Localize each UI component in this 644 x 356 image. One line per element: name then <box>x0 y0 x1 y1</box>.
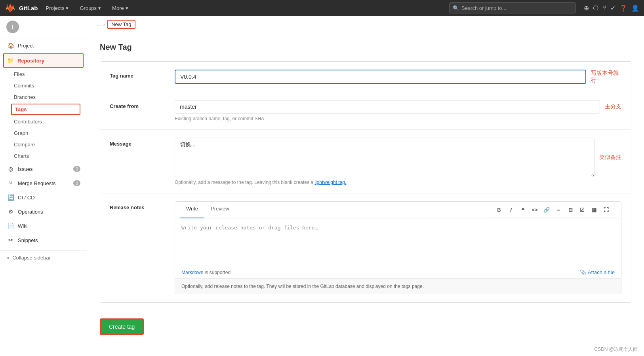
sidebar-snippets-label: Snippets <box>18 237 38 243</box>
quote-button[interactable]: ❝ <box>517 204 528 215</box>
nav-icons: ⊕ ⎔ ⑂ ✓ ❓ 👤 <box>584 4 639 12</box>
sidebar-item-wiki[interactable]: 📄 Wiki <box>0 219 87 233</box>
sidebar-sub-contributors[interactable]: Contributors <box>0 116 87 127</box>
create-from-select[interactable]: master <box>175 100 600 114</box>
repository-icon: 📁 <box>7 57 13 64</box>
sidebar-item-ci-cd[interactable]: 🔄 CI / CD <box>0 190 87 205</box>
sidebar-cicd-label: CI / CD <box>18 195 35 201</box>
ci-cd-icon: 🔄 <box>8 194 14 201</box>
editor-area[interactable]: Write your release notes or drag files h… <box>175 218 621 266</box>
tag-name-label: Tag name <box>110 70 165 79</box>
plus-icon[interactable]: ⊕ <box>584 4 589 12</box>
numbered-list-button[interactable]: ⊟ <box>565 204 576 215</box>
tag-form: Tag name 写版本号就行 Create from ma <box>100 61 631 303</box>
attach-icon: 📎 <box>580 269 586 275</box>
release-notes-label: Release notes <box>110 201 165 210</box>
sidebar-operations-label: Operations <box>18 209 43 215</box>
sidebar-item-operations[interactable]: ⚙ Operations <box>0 205 87 219</box>
breadcrumb-arrow: › <box>103 21 105 27</box>
sidebar-sub-graph[interactable]: Graph <box>0 127 87 139</box>
sidebar-project-label: Project <box>18 43 34 49</box>
create-from-label: Create from <box>110 100 165 109</box>
editor-tabs: Write Preview B I ❝ <> 🔗 <box>175 202 621 218</box>
merge-requests-badge: 0 <box>73 180 80 186</box>
sidebar-item-repository[interactable]: 📁 Repository <box>3 53 84 68</box>
merge-icon[interactable]: ⑂ <box>602 4 606 11</box>
tag-name-input[interactable] <box>175 70 586 84</box>
link-button[interactable]: 🔗 <box>541 204 552 215</box>
message-label: Message <box>110 138 165 147</box>
sidebar-sub-compare[interactable]: Compare <box>0 139 87 150</box>
message-help: Optionally, add a message to the tag. Le… <box>175 180 621 185</box>
sidebar-sub-branches[interactable]: Branches <box>0 91 87 103</box>
nav-projects[interactable]: Projects ▾ <box>43 4 72 13</box>
create-from-field: master 主分支 Existing branch name, tag, or… <box>175 100 621 121</box>
bold-button[interactable]: B <box>493 204 505 215</box>
main-content: ... › New Tag New Tag Tag name 写版本号就行 <box>87 16 644 356</box>
sidebar-wiki-label: Wiki <box>18 223 28 229</box>
code-button[interactable]: <> <box>529 204 540 215</box>
watermark: CSDN @冻死个人面 <box>594 346 638 353</box>
issues-badge: 0 <box>73 166 80 172</box>
markdown-help: Markdown is supported <box>181 270 231 275</box>
create-from-annotation: 主分支 <box>605 103 621 110</box>
sidebar-item-issues[interactable]: ◎ Issues 0 <box>0 162 87 176</box>
nav-more[interactable]: More ▾ <box>109 4 131 13</box>
attach-file-btn[interactable]: 📎 Attach a file <box>580 269 615 275</box>
italic-button[interactable]: I <box>505 204 516 215</box>
bullet-list-button[interactable]: ≡ <box>553 204 564 215</box>
todo-icon[interactable]: ✓ <box>610 4 615 12</box>
editor-footer: Markdown is supported 📎 Attach a file <box>175 266 621 278</box>
nav-groups[interactable]: Groups ▾ <box>76 4 104 13</box>
table-button[interactable]: ▦ <box>589 204 600 215</box>
wiki-icon: 📄 <box>8 223 14 229</box>
message-field: 类似备注 Optionally, add a message to the ta… <box>175 138 621 185</box>
tag-name-annotation: 写版本号就行 <box>591 70 621 84</box>
message-annotation: 类似备注 <box>599 154 621 161</box>
user-avatar-icon[interactable]: 👤 <box>631 4 639 12</box>
create-from-wrapper: master 主分支 <box>175 100 621 114</box>
search-bar[interactable]: 🔍 Search or jump to... <box>449 2 576 13</box>
markdown-supported: is supported <box>205 270 231 275</box>
tag-name-input-wrapper: 写版本号就行 <box>175 70 621 84</box>
form-actions: Create tag <box>100 312 631 341</box>
collapse-sidebar[interactable]: « Collapse sidebar <box>0 250 87 265</box>
lightweight-tag-link[interactable]: lightweight tag. <box>314 180 346 185</box>
tab-write[interactable]: Write <box>180 202 204 218</box>
create-tag-button[interactable]: Create tag <box>100 318 144 335</box>
help-icon[interactable]: ❓ <box>619 4 627 12</box>
brand-name: GitLab <box>19 5 38 11</box>
svg-marker-6 <box>12 4 14 8</box>
breadcrumb-parent[interactable]: ... <box>97 21 101 27</box>
release-notes-help: Optionally, add release notes to the tag… <box>175 279 621 294</box>
task-list-button[interactable]: ☑ <box>577 204 588 215</box>
avatar: I <box>6 21 19 33</box>
sidebar-item-project[interactable]: 🏠 Project <box>0 38 87 53</box>
sidebar-sub-charts[interactable]: Charts <box>0 150 87 162</box>
tab-preview[interactable]: Preview <box>204 202 235 218</box>
sidebar: I 🏠 Project 📁 Repository Files Commits B… <box>0 16 87 356</box>
breadcrumb-current: New Tag <box>107 20 135 29</box>
page-title: New Tag <box>100 43 631 52</box>
svg-marker-5 <box>6 4 8 8</box>
sidebar-sub-files[interactable]: Files <box>0 68 87 80</box>
markdown-link[interactable]: Markdown <box>181 270 203 275</box>
app-layout: I 🏠 Project 📁 Repository Files Commits B… <box>0 16 644 356</box>
message-textarea[interactable] <box>175 138 594 177</box>
merge-requests-icon: ⑂ <box>8 180 14 186</box>
brand-logo[interactable]: GitLab <box>5 2 38 13</box>
sidebar-item-snippets[interactable]: ✂ Snippets <box>0 233 87 247</box>
editor-wrapper: Write Preview B I ❝ <> 🔗 <box>175 201 621 279</box>
breadcrumb: ... › New Tag <box>87 16 644 33</box>
search-icon: 🔍 <box>453 5 459 11</box>
fullscreen-button[interactable]: ⛶ <box>600 204 612 215</box>
message-wrapper: 类似备注 <box>175 138 621 177</box>
sidebar-item-merge-requests[interactable]: ⑂ Merge Requests 0 <box>0 176 87 190</box>
sidebar-sub-commits[interactable]: Commits <box>0 80 87 91</box>
sidebar-user: I <box>0 16 87 38</box>
sidebar-repository-label: Repository <box>17 58 44 64</box>
activity-icon[interactable]: ⎔ <box>593 4 598 12</box>
sidebar-sub-tags[interactable]: Tags <box>11 104 80 115</box>
create-from-help: Existing branch name, tag, or commit SHA <box>175 116 621 121</box>
collapse-icon: « <box>6 255 9 261</box>
